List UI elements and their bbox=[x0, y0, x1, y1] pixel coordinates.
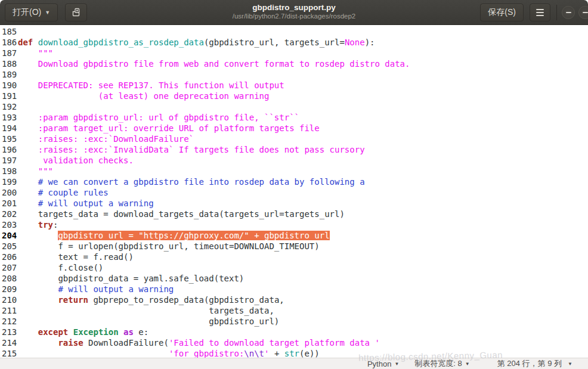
save-button-label: 保存(S) bbox=[488, 7, 516, 18]
code-text: f = urlopen(gbpdistro_url, timeout=DOWNL… bbox=[18, 241, 588, 252]
hamburger-icon bbox=[536, 9, 544, 16]
code-line: 185 bbox=[0, 26, 588, 37]
line-number: 189 bbox=[0, 69, 18, 80]
code-line: 195 :raises: :exc:`DownloadFailure` bbox=[0, 134, 588, 144]
code-text: """ bbox=[18, 48, 588, 58]
cursor-position[interactable]: 第 204 行，第 9 列 bbox=[497, 358, 562, 369]
code-line: 203 try: bbox=[0, 219, 588, 230]
code-text: targets_data, bbox=[18, 305, 588, 316]
code-line: 191 (at least) one deprecation warning bbox=[0, 91, 588, 101]
maximize-button[interactable] bbox=[578, 6, 588, 19]
line-number: 201 bbox=[0, 198, 18, 209]
code-line: 189 bbox=[0, 69, 588, 80]
chevron-down-icon: ▼ bbox=[568, 361, 572, 367]
code-text: DEPRECATED: see REP137. This function wi… bbox=[18, 80, 588, 91]
code-text: raise DownloadFailure('Failed to downloa… bbox=[18, 337, 588, 348]
code-text: return gbprepo_to_rosdep_data(gbpdistro_… bbox=[18, 294, 588, 305]
line-number: 192 bbox=[0, 101, 18, 112]
code-line: 209 # will output a warning bbox=[0, 284, 588, 294]
tab-width-label: 制表符宽度: 8 bbox=[414, 358, 462, 369]
code-line: 197 validation checks. bbox=[0, 155, 588, 166]
save-button[interactable]: 保存(S) bbox=[480, 4, 524, 21]
code-line: 196 :raises: :exc:`InvalidData` If targe… bbox=[0, 144, 588, 155]
minimize-icon bbox=[566, 12, 571, 13]
line-number: 188 bbox=[0, 58, 18, 69]
status-bar: Python ▼ 制表符宽度: 8 ▼ 第 204 行，第 9 列 ▼ bbox=[0, 358, 588, 369]
code-text: 'for gbpdistro:\n\t' + str(e)) bbox=[18, 348, 588, 358]
maximize-icon bbox=[583, 12, 588, 13]
code-line: 194 :param target_url: override URL of p… bbox=[0, 123, 588, 134]
line-number: 190 bbox=[0, 80, 18, 91]
header-bar: 打开(O) ▼ gbpdistro_support.py /usr/lib/py… bbox=[0, 0, 588, 25]
code-line: 204 gbpdistro_url = "https://ghproxy.com… bbox=[0, 230, 588, 241]
line-number: 195 bbox=[0, 134, 18, 144]
line-number: 186 bbox=[0, 37, 18, 48]
line-number: 185 bbox=[0, 26, 18, 37]
chevron-down-icon: ▼ bbox=[45, 10, 50, 15]
code-text: try: bbox=[18, 219, 588, 230]
code-line: 200 # couple rules bbox=[0, 187, 588, 198]
code-text: :param gbpdistro_url: url of gbpdistro f… bbox=[18, 112, 588, 123]
menu-button[interactable] bbox=[530, 4, 550, 21]
chevron-down-icon: ▼ bbox=[394, 361, 399, 367]
line-number: 197 bbox=[0, 155, 18, 166]
line-number: 196 bbox=[0, 144, 18, 155]
line-number: 187 bbox=[0, 48, 18, 58]
code-text: validation checks. bbox=[18, 155, 588, 166]
chevron-down-icon: ▼ bbox=[465, 361, 470, 367]
code-line: 213 except Exception as e: bbox=[0, 327, 588, 337]
code-text: gbpdistro_data = yaml.safe_load(text) bbox=[18, 273, 588, 284]
line-number: 202 bbox=[0, 209, 18, 219]
code-area[interactable]: 185186def download_gbpdistro_as_rosdep_d… bbox=[0, 25, 588, 358]
code-text: # couple rules bbox=[18, 187, 588, 198]
code-line: 199 # we can convert a gbpdistro file in… bbox=[0, 176, 588, 187]
code-line: 186def download_gbpdistro_as_rosdep_data… bbox=[0, 37, 588, 48]
new-document-button[interactable] bbox=[65, 4, 87, 21]
line-number: 209 bbox=[0, 284, 18, 294]
code-text: gbpdistro_url) bbox=[18, 316, 588, 327]
code-text: except Exception as e: bbox=[18, 327, 588, 337]
code-text: f.close() bbox=[18, 262, 588, 273]
code-text: # we can convert a gbpdistro file into r… bbox=[18, 176, 588, 187]
code-line: 201 # will output a warning bbox=[0, 198, 588, 209]
open-button-label: 打开(O) bbox=[13, 7, 41, 18]
code-line: 198 """ bbox=[0, 166, 588, 176]
code-text: Download gbpdistro file from web and con… bbox=[18, 58, 588, 69]
line-number: 199 bbox=[0, 176, 18, 187]
code-line: 193 :param gbpdistro_url: url of gbpdist… bbox=[0, 112, 588, 123]
code-text bbox=[18, 101, 588, 112]
line-number: 212 bbox=[0, 316, 18, 327]
line-number: 194 bbox=[0, 123, 18, 134]
line-number: 191 bbox=[0, 91, 18, 101]
line-number: 211 bbox=[0, 305, 18, 316]
code-line: 215 'for gbpdistro:\n\t' + str(e)) bbox=[0, 348, 588, 358]
cursor-position-label: 第 204 行，第 9 列 bbox=[497, 358, 562, 369]
new-document-icon bbox=[71, 7, 81, 17]
line-number: 207 bbox=[0, 262, 18, 273]
code-text: (at least) one deprecation warning bbox=[18, 91, 588, 101]
selected-text: gbpdistro_url = "https://ghproxy.com/" +… bbox=[58, 231, 329, 240]
language-label: Python bbox=[367, 359, 391, 368]
code-text: def download_gbpdistro_as_rosdep_data(gb… bbox=[18, 37, 588, 48]
code-line: 202 targets_data = download_targets_data… bbox=[0, 209, 588, 219]
code-text: # will output a warning bbox=[18, 284, 588, 294]
line-number: 198 bbox=[0, 166, 18, 176]
statusbar-dropdown[interactable]: ▼ bbox=[568, 361, 572, 367]
tab-width-selector[interactable]: 制表符宽度: 8 ▼ bbox=[414, 358, 469, 369]
line-number: 213 bbox=[0, 327, 18, 337]
header-separator bbox=[556, 5, 557, 20]
line-number: 193 bbox=[0, 112, 18, 123]
line-number: 214 bbox=[0, 337, 18, 348]
code-line: 210 return gbprepo_to_rosdep_data(gbpdis… bbox=[0, 294, 588, 305]
code-text bbox=[18, 69, 588, 80]
line-number: 204 bbox=[0, 230, 18, 241]
line-number: 215 bbox=[0, 348, 18, 358]
line-number: 206 bbox=[0, 252, 18, 262]
minimize-button[interactable] bbox=[562, 6, 575, 19]
code-text: :raises: :exc:`DownloadFailure` bbox=[18, 134, 588, 144]
code-text: text = f.read() bbox=[18, 252, 588, 262]
line-number: 200 bbox=[0, 187, 18, 198]
code-text: """ bbox=[18, 166, 588, 176]
open-button[interactable]: 打开(O) ▼ bbox=[5, 4, 58, 21]
language-selector[interactable]: Python ▼ bbox=[367, 359, 399, 368]
